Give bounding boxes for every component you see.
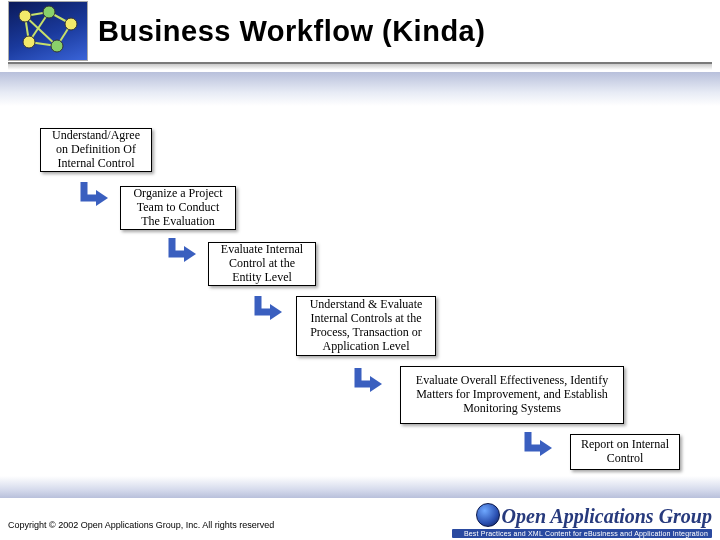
svg-point-10 <box>51 40 63 52</box>
slide-footer: Copyright © 2002 Open Applications Group… <box>0 500 720 540</box>
workflow-step-5: Evaluate Overall Effectiveness, Identify… <box>400 366 624 424</box>
workflow-diagram: Understand/Agree on Definition Of Intern… <box>0 72 720 476</box>
workflow-step-6: Report on Internal Control <box>570 434 680 470</box>
org-tagline: Best Practices and XML Content for eBusi… <box>452 529 712 538</box>
slide-header: Business Workflow (Kinda) <box>0 0 720 62</box>
workflow-step-4: Understand & Evaluate Internal Controls … <box>296 296 436 356</box>
network-graph-icon <box>8 1 88 61</box>
svg-point-11 <box>23 36 35 48</box>
workflow-step-3: Evaluate Internal Control at the Entity … <box>208 242 316 286</box>
globe-icon <box>476 503 500 527</box>
org-name: Open Applications Group <box>502 505 712 527</box>
elbow-arrow-icon <box>352 366 382 396</box>
elbow-arrow-icon <box>522 430 552 460</box>
workflow-step-2: Organize a Project Team to Conduct The E… <box>120 186 236 230</box>
workflow-step-1: Understand/Agree on Definition Of Intern… <box>40 128 152 172</box>
org-logo: Open Applications Group Best Practices a… <box>452 503 712 538</box>
title-underline <box>8 62 712 70</box>
svg-point-7 <box>19 10 31 22</box>
elbow-arrow-icon <box>166 236 196 266</box>
copyright-text: Copyright © 2002 Open Applications Group… <box>8 520 274 530</box>
elbow-arrow-icon <box>252 294 282 324</box>
gradient-band-bottom <box>0 476 720 498</box>
elbow-arrow-icon <box>78 180 108 210</box>
svg-point-8 <box>43 6 55 18</box>
slide-title: Business Workflow (Kinda) <box>98 15 485 48</box>
svg-point-9 <box>65 18 77 30</box>
